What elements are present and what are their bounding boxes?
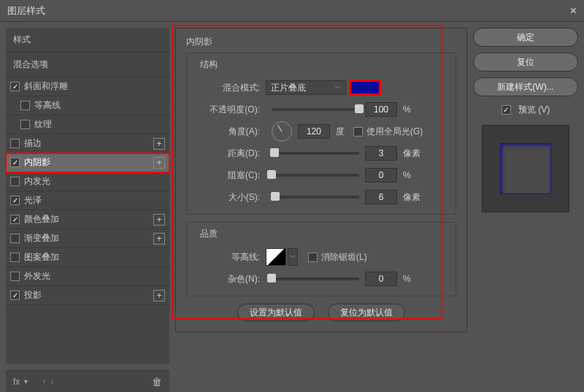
sidebar-item-label: 投影 (24, 289, 42, 301)
checkbox[interactable] (10, 215, 20, 224)
sidebar-item-label: 图案叠加 (24, 251, 59, 264)
sidebar: 样式 混合选项 斜面和浮雕等高线纹理描边+内阴影+内发光光泽颜色叠加+渐变叠加+… (6, 28, 169, 364)
px-unit-2: 像素 (403, 191, 420, 204)
checkbox[interactable] (10, 177, 20, 186)
sidebar-item-label: 纹理 (34, 118, 52, 131)
choke-slider[interactable] (272, 174, 359, 177)
arrow-up-icon[interactable]: ↑ (42, 377, 46, 385)
reset-button[interactable]: 复位 (473, 53, 578, 72)
preview-thumbnail (482, 125, 569, 212)
distance-slider[interactable] (272, 152, 359, 155)
choke-label: 阻塞(C): (194, 169, 260, 182)
opacity-label: 不透明度(O): (194, 104, 260, 116)
sidebar-item-2[interactable]: 纹理 (6, 115, 169, 134)
global-light-checkbox[interactable] (353, 127, 363, 137)
sidebar-item-3[interactable]: 描边+ (6, 134, 169, 153)
checkbox[interactable] (10, 196, 20, 205)
close-icon[interactable]: × (570, 4, 577, 18)
global-light-label: 使用全局光(G) (366, 126, 423, 138)
antialias-label: 消除锯齿(L) (321, 251, 367, 264)
opacity-input[interactable]: 100 (365, 102, 397, 117)
size-input[interactable]: 6 (365, 190, 397, 204)
sidebar-item-label: 渐变叠加 (24, 232, 59, 245)
sidebar-footer: fx▾ ↑ ↓ 🗑 (6, 370, 169, 392)
sidebar-item-label: 斜面和浮雕 (24, 80, 68, 93)
blend-mode-dropdown[interactable]: 正片叠底 ﹀ (266, 80, 346, 95)
panel-title: 内阴影 (186, 36, 456, 48)
noise-input[interactable]: 0 (365, 272, 397, 286)
angle-dial[interactable] (272, 121, 292, 142)
checkbox[interactable] (10, 139, 20, 148)
sidebar-item-8[interactable]: 渐变叠加+ (6, 229, 169, 248)
antialias-checkbox[interactable] (308, 253, 318, 262)
structure-group-title: 结构 (197, 58, 220, 71)
sidebar-item-label: 描边 (24, 137, 42, 150)
preview-label: 预览 (V) (518, 104, 550, 116)
angle-label: 角度(A): (194, 126, 260, 138)
contour-picker[interactable] (266, 248, 286, 266)
sidebar-item-11[interactable]: 投影+ (6, 286, 169, 305)
degree-unit: 度 (336, 126, 345, 138)
percent-unit-2: % (403, 170, 411, 180)
checkbox[interactable] (10, 291, 20, 300)
px-unit: 像素 (403, 147, 420, 160)
sidebar-item-label: 内发光 (24, 175, 50, 188)
choke-input[interactable]: 0 (365, 168, 397, 182)
sidebar-item-1[interactable]: 等高线 (6, 96, 169, 115)
size-slider[interactable] (272, 196, 359, 199)
percent-unit: % (403, 104, 411, 115)
reset-default-button[interactable]: 复位为默认值 (328, 304, 405, 321)
checkbox[interactable] (10, 158, 20, 167)
checkbox[interactable] (20, 101, 30, 110)
noise-label: 杂色(N): (194, 273, 260, 285)
sidebar-item-9[interactable]: 图案叠加 (6, 248, 169, 267)
opacity-slider[interactable] (272, 108, 359, 111)
percent-unit-3: % (403, 274, 411, 284)
plus-icon[interactable]: + (153, 214, 165, 226)
sidebar-item-7[interactable]: 颜色叠加+ (6, 210, 169, 229)
contour-chevron-icon[interactable]: ﹀ (288, 248, 298, 266)
ok-button[interactable]: 确定 (473, 28, 578, 47)
checkbox[interactable] (10, 82, 20, 91)
sidebar-item-label: 外发光 (24, 270, 50, 283)
chevron-down-icon: ﹀ (334, 83, 341, 93)
sidebar-header-styles[interactable]: 样式 (6, 28, 169, 53)
checkbox[interactable] (10, 253, 20, 262)
distance-label: 距离(D): (194, 147, 260, 160)
size-label: 大小(S): (194, 191, 260, 204)
sidebar-item-0[interactable]: 斜面和浮雕 (6, 77, 169, 96)
sidebar-item-4[interactable]: 内阴影+ (6, 153, 169, 172)
preview-checkbox[interactable] (502, 105, 511, 115)
sidebar-item-5[interactable]: 内发光 (6, 172, 169, 191)
inner-shadow-panel: 内阴影 结构 混合模式: 正片叠底 ﹀ 不透明度(O): 100 % (175, 28, 467, 332)
checkbox[interactable] (10, 272, 20, 281)
noise-slider[interactable] (272, 277, 359, 280)
trash-icon[interactable]: 🗑 (152, 376, 162, 388)
sidebar-item-label: 颜色叠加 (24, 213, 59, 226)
dialog-title: 图层样式 (7, 4, 45, 18)
sidebar-item-6[interactable]: 光泽 (6, 191, 169, 210)
color-swatch[interactable] (349, 80, 381, 96)
plus-icon[interactable]: + (153, 233, 165, 245)
chevron-down-icon[interactable]: ▾ (24, 377, 28, 385)
make-default-button[interactable]: 设置为默认值 (237, 304, 315, 321)
sidebar-item-label: 内阴影 (24, 156, 50, 169)
plus-icon[interactable]: + (153, 290, 165, 301)
sidebar-item-10[interactable]: 外发光 (6, 267, 169, 286)
contour-label: 等高线: (194, 251, 260, 264)
blend-mode-value: 正片叠底 (271, 82, 306, 94)
new-style-button[interactable]: 新建样式(W)... (473, 77, 578, 96)
fx-label[interactable]: fx (13, 377, 20, 387)
checkbox[interactable] (20, 120, 30, 129)
sidebar-item-label: 光泽 (24, 194, 42, 207)
sidebar-item-label: 等高线 (34, 99, 61, 112)
checkbox[interactable] (10, 234, 20, 243)
distance-input[interactable]: 3 (365, 146, 397, 161)
sidebar-header-options[interactable]: 混合选项 (6, 53, 169, 77)
quality-group-title: 品质 (197, 228, 220, 240)
arrow-down-icon[interactable]: ↓ (50, 377, 54, 385)
angle-input[interactable]: 120 (298, 124, 330, 139)
blend-mode-label: 混合模式: (194, 82, 260, 94)
plus-icon[interactable]: + (153, 157, 165, 169)
plus-icon[interactable]: + (153, 138, 165, 150)
